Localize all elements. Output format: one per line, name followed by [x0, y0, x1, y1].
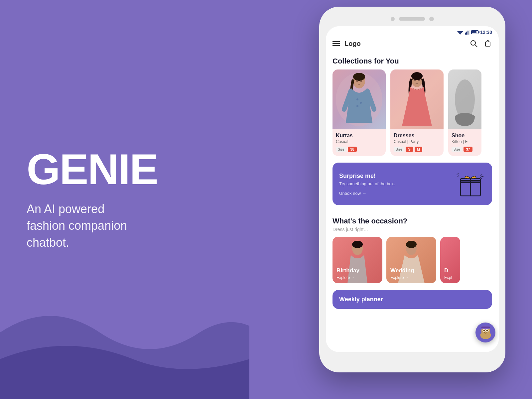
left-panel: GENIE An AI poweredfashion companionchat… [27, 148, 200, 251]
header-right [469, 39, 492, 48]
occasion-subtitle: Dress just right… [326, 227, 499, 237]
shoes-image [448, 69, 481, 129]
svg-rect-3 [467, 31, 468, 35]
phone-dot-left [391, 17, 395, 21]
size-tag-37: 37 [464, 147, 472, 152]
svg-rect-42 [481, 327, 490, 328]
svg-line-32 [458, 176, 459, 177]
svg-point-11 [356, 98, 358, 100]
svg-point-39 [483, 330, 485, 331]
dress-figure [390, 69, 444, 129]
kurta-type: Casual [336, 139, 382, 144]
phone-frame: 12:30 Logo [319, 7, 505, 372]
collection-card-shoes[interactable]: Shoe Kitten | E Size 37 [448, 69, 481, 156]
collection-card-kurta[interactable]: Kurtas Casual Size 38 [332, 69, 386, 156]
signal-icon [465, 30, 469, 35]
background-wave [0, 266, 249, 399]
size-label-2: Size [394, 147, 404, 152]
phone-mockup: 12:30 Logo [319, 7, 505, 372]
shoes-type: Kitten | E [452, 139, 478, 144]
shoes-figure [448, 69, 481, 129]
surprise-cta[interactable]: Unbox now → [339, 191, 456, 196]
svg-rect-1 [465, 33, 466, 35]
shoes-sizes: Size 37 [452, 147, 478, 152]
phone-top-bar [326, 13, 499, 26]
collections-row: Kurtas Casual Size 38 [326, 69, 499, 163]
chatbot-avatar[interactable] [475, 323, 495, 342]
gift-icon [456, 169, 485, 199]
brand-title: GENIE [27, 148, 200, 191]
svg-rect-4 [469, 30, 469, 35]
svg-point-13 [356, 105, 358, 107]
screen-content: Collections for You [326, 52, 499, 351]
surprise-cta-text: Unbox now → [339, 191, 366, 196]
size-tag-m: M [415, 147, 422, 152]
size-label: Size [336, 147, 346, 152]
svg-point-14 [356, 80, 358, 82]
svg-point-18 [411, 72, 423, 80]
app-logo-text: Logo [344, 40, 361, 48]
weekly-planner-banner[interactable]: Weekly planner [332, 290, 492, 309]
svg-rect-2 [466, 32, 467, 35]
occasions-row: Birthday Explore → Wedding [326, 237, 499, 290]
kurta-name: Kurtas [336, 133, 382, 139]
app-header: Logo [326, 37, 499, 52]
surprise-content: Surprise me! Try something out of the bo… [339, 173, 456, 196]
svg-rect-7 [485, 42, 490, 46]
collection-card-dress[interactable]: Dresses Casual | Party Size S M [390, 69, 444, 156]
svg-point-36 [406, 241, 417, 248]
dress-sizes: Size S M [394, 147, 440, 152]
header-left: Logo [332, 40, 361, 48]
svg-point-20 [418, 80, 420, 81]
kurta-image [332, 69, 386, 129]
surprise-subtitle: Try something out of the box. [339, 181, 456, 186]
kurta-sizes: Size 38 [336, 147, 382, 152]
brand-tagline: An AI poweredfashion companionchatbot. [27, 201, 200, 251]
svg-line-27 [480, 174, 482, 176]
phone-speaker [399, 17, 425, 21]
dress-image [390, 69, 444, 129]
dress-type: Casual | Party [394, 139, 440, 144]
birthday-cta: Explore → [336, 275, 378, 280]
weekly-planner-title: Weekly planner [339, 296, 485, 303]
svg-marker-0 [457, 31, 463, 35]
kurta-figure [332, 69, 386, 129]
occasion-card-birthday[interactable]: Birthday Explore → [332, 237, 382, 283]
surprise-title: Surprise me! [339, 173, 456, 180]
date-cta: Expl [444, 275, 456, 280]
svg-line-6 [475, 45, 477, 47]
date-name: D [444, 267, 456, 274]
occasion-card-wedding[interactable]: Wedding Explore → [386, 237, 436, 283]
svg-point-15 [360, 80, 362, 82]
birthday-name: Birthday [336, 267, 378, 274]
battery-icon [471, 30, 478, 34]
birthday-overlay: Birthday Explore → [332, 263, 382, 283]
svg-point-34 [352, 241, 363, 248]
collections-title: Collections for You [326, 52, 499, 69]
kurta-info: Kurtas Casual Size 38 [332, 129, 386, 156]
hamburger-icon[interactable] [332, 41, 340, 46]
svg-point-10 [353, 73, 365, 81]
size-tag-s: S [406, 147, 413, 152]
size-tag-38: 38 [348, 147, 356, 152]
surprise-banner[interactable]: Surprise me! Try something out of the bo… [332, 163, 492, 205]
chatbot-avatar-icon [476, 324, 495, 342]
dress-info: Dresses Casual | Party Size S M [390, 129, 444, 156]
svg-line-30 [458, 173, 459, 174]
phone-screen: 12:30 Logo [326, 26, 499, 352]
wedding-name: Wedding [390, 267, 432, 274]
svg-line-29 [480, 177, 482, 179]
date-overlay: D Expl [440, 263, 460, 283]
cart-icon[interactable] [483, 39, 492, 48]
size-label-3: Size [452, 147, 462, 152]
search-icon[interactable] [469, 39, 478, 48]
svg-point-12 [360, 102, 362, 104]
svg-point-19 [414, 80, 416, 81]
occasion-card-date[interactable]: D Expl [440, 237, 460, 283]
shoes-name: Shoe [452, 133, 478, 139]
wedding-overlay: Wedding Explore → [386, 263, 436, 283]
phone-camera [429, 17, 434, 21]
status-icons: 12:30 [457, 30, 492, 35]
wedding-cta: Explore → [390, 275, 432, 280]
wifi-icon [457, 30, 463, 35]
